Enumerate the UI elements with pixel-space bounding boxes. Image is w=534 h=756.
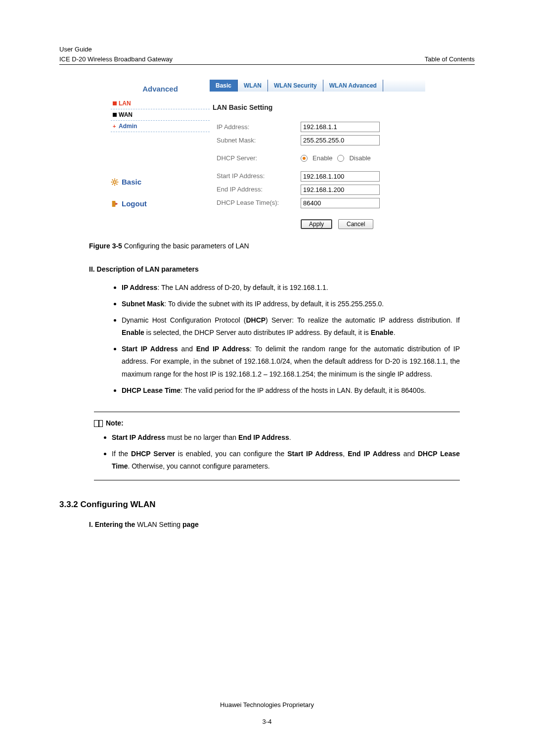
page-header: User Guide ICE D-20 Wireless Broadband G… <box>59 45 475 64</box>
desc: , <box>343 450 348 458</box>
note-label-text: Note: <box>106 418 124 428</box>
sidebar-basic-link[interactable]: Basic <box>111 177 210 188</box>
label-subnet-mask: Subnet Mask: <box>217 136 301 145</box>
desc: : The LAN address of D-20, by default, i… <box>157 284 328 291</box>
tab-label: Basic <box>216 81 231 90</box>
label-start-ip: Start IP Address: <box>217 171 301 181</box>
header-rule <box>59 64 475 65</box>
term: End IP Address <box>348 450 400 458</box>
gear-icon <box>111 178 119 186</box>
term: DHCP Server <box>131 450 175 458</box>
plus-icon: + <box>113 124 117 128</box>
desc: . <box>394 329 396 336</box>
logout-icon <box>111 200 119 208</box>
tab-bar: Basic WLAN WLAN Security WLAN Advanced <box>210 80 425 92</box>
desc: is enabled, you can configure the <box>175 450 287 458</box>
tab-label: WLAN Security <box>274 81 317 90</box>
label-ip-address: IP Address: <box>217 122 301 132</box>
svg-line-5 <box>112 179 113 180</box>
list-item: Start IP Address and End IP Address: To … <box>114 343 460 380</box>
header-right: Table of Contents <box>425 54 475 64</box>
row-start-ip: Start IP Address: <box>217 171 425 182</box>
svg-line-8 <box>116 179 117 180</box>
term: Start IP Address <box>287 450 343 458</box>
page-footer: Huawei Technologies Proprietary 3-4 <box>0 700 534 726</box>
button-row: Apply Cancel <box>301 219 425 229</box>
desc: Dynamic Host Configuration Protocol ( <box>122 316 246 324</box>
label-dhcp-server: DHCP Server: <box>217 153 301 163</box>
label-lease-time: DHCP Lease Time(s): <box>217 198 301 208</box>
sidebar-item-lan[interactable]: LAN <box>111 98 210 109</box>
list-item: Dynamic Host Configuration Protocol (DHC… <box>114 314 460 339</box>
apply-button[interactable]: Apply <box>301 219 332 229</box>
term: End IP Address <box>196 345 250 353</box>
logout-link-label: Logout <box>122 198 147 210</box>
note-heading: Note: <box>94 418 475 428</box>
input-subnet-mask[interactable] <box>301 135 380 145</box>
sidebar-item-admin[interactable]: +Admin <box>111 121 210 132</box>
radio-disable-label: Disable <box>349 153 370 163</box>
tab-spacer <box>383 80 425 92</box>
router-ui-screenshot: Advanced LAN WAN +Admin Basic Logout Bas… <box>109 80 425 229</box>
desc: : The valid period for the IP address of… <box>180 386 426 394</box>
row-mask: Subnet Mask: <box>217 135 425 145</box>
book-icon <box>94 420 103 427</box>
input-ip-address[interactable] <box>301 122 380 132</box>
header-title-1: User Guide <box>59 45 173 54</box>
h4-part: page <box>180 520 199 528</box>
sidebar-logout-link[interactable]: Logout <box>111 198 210 210</box>
cancel-button[interactable]: Cancel <box>338 219 373 229</box>
desc: . <box>289 433 291 441</box>
desc: ) Server: To realize the automatic IP ad… <box>266 316 460 324</box>
svg-line-6 <box>116 184 117 185</box>
desc: is selected, the DHCP Server auto distri… <box>144 329 371 336</box>
sidebar-item-wan[interactable]: WAN <box>111 109 210 121</box>
list-item: DHCP Lease Time: The valid period for th… <box>114 384 460 397</box>
radio-enable-label: Enable <box>312 153 332 163</box>
list-item: Start IP Address must be no larger than … <box>104 431 460 444</box>
term: Enable <box>122 329 144 336</box>
footer-proprietary: Huawei Technologies Proprietary <box>0 700 534 710</box>
tab-basic[interactable]: Basic <box>210 80 238 92</box>
h4-part: I. Entering the <box>89 520 137 528</box>
term: Enable <box>371 329 394 336</box>
heading-3-3-2: 3.3.2 Configuring WLAN <box>59 498 475 511</box>
svg-line-7 <box>112 184 113 185</box>
header-title-2: ICE D-20 Wireless Broadband Gateway <box>59 54 173 64</box>
tab-wlan[interactable]: WLAN <box>238 80 268 92</box>
list-item: Subnet Mask: To divide the subnet with i… <box>114 298 460 310</box>
note-rule-bottom <box>94 480 460 480</box>
radio-disable[interactable] <box>337 155 344 162</box>
desc: must be no larger than <box>165 433 238 441</box>
row-ip: IP Address: <box>217 122 425 132</box>
tab-label: WLAN <box>244 81 262 90</box>
svg-point-0 <box>113 181 116 183</box>
row-dhcp: DHCP Server: Enable Disable <box>217 153 425 163</box>
input-end-ip[interactable] <box>301 185 380 195</box>
desc: If the <box>112 450 131 458</box>
input-lease-time[interactable] <box>301 198 380 208</box>
term: Start IP Address <box>112 433 165 441</box>
term: Subnet Mask <box>122 300 164 308</box>
basic-link-label: Basic <box>122 177 141 188</box>
figure-text: Configuring the basic parameters of LAN <box>122 242 249 250</box>
sidebar-item-label: WAN <box>119 111 133 118</box>
tab-wlan-advanced[interactable]: WLAN Advanced <box>323 80 383 92</box>
label-end-ip: End IP Address: <box>217 185 301 194</box>
desc: . Otherwise, you cannot configure parame… <box>128 462 269 470</box>
h4-part: WLAN Setting <box>137 520 180 528</box>
main-panel: Basic WLAN WLAN Security WLAN Advanced L… <box>210 80 425 229</box>
parameter-list: IP Address: The LAN address of D-20, by … <box>114 282 460 397</box>
desc: and <box>178 345 196 353</box>
panel-title: LAN Basic Setting <box>213 102 425 113</box>
square-icon <box>113 101 117 105</box>
list-item: If the DHCP Server is enabled, you can c… <box>104 448 460 472</box>
note-list: Start IP Address must be no larger than … <box>104 431 460 473</box>
row-end-ip: End IP Address: <box>217 185 425 195</box>
input-start-ip[interactable] <box>301 171 380 182</box>
term: End IP Address <box>238 433 289 441</box>
radio-enable[interactable] <box>301 155 308 162</box>
list-item: IP Address: The LAN address of D-20, by … <box>114 282 460 294</box>
row-lease: DHCP Lease Time(s): <box>217 198 425 208</box>
tab-wlan-security[interactable]: WLAN Security <box>268 80 323 92</box>
